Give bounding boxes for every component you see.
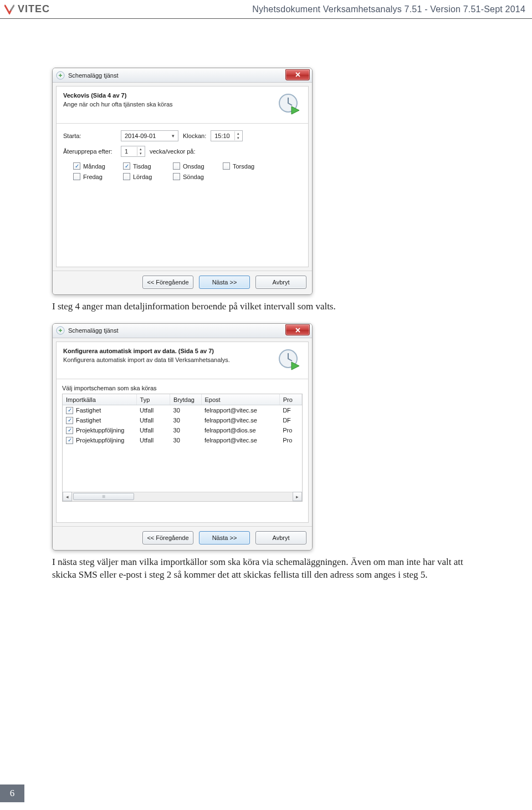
cell-brytdag: 30 <box>170 435 201 445</box>
scroll-thumb[interactable] <box>73 493 134 500</box>
import-table: Importkälla Typ Brytdag Epost Pro ✓Fasti… <box>62 394 303 502</box>
checkbox-icon <box>223 162 230 170</box>
col-typ[interactable]: Typ <box>136 394 170 405</box>
date-field[interactable]: 2014-09-01 ▾ <box>121 130 178 141</box>
cell-epost: felrapport@vitec.se <box>201 405 279 416</box>
repeat-count-value: 1 <box>125 148 128 155</box>
close-button[interactable] <box>285 69 310 80</box>
cell-brytdag: 30 <box>170 425 201 435</box>
chevron-down-icon[interactable]: ▾ <box>172 133 177 139</box>
prev-button[interactable]: << Föregående <box>142 276 193 289</box>
dialog-header: Veckovis (Sida 4 av 7) Ange när och hur … <box>56 86 309 123</box>
scroll-left-icon[interactable]: ◂ <box>63 492 72 501</box>
checkbox-saturday[interactable]: Lördag <box>123 173 163 180</box>
caption-step4: I steg 4 anger man detaljinformation ber… <box>52 300 473 313</box>
label-repeat: Återupprepa efter: <box>63 148 116 155</box>
cell-epost: felrapport@vitec.se <box>201 435 279 445</box>
checkbox-icon <box>123 173 130 180</box>
col-src[interactable]: Importkälla <box>63 394 136 405</box>
dialog-footer: << Föregående Nästa >> Avbryt <box>53 271 312 294</box>
cell-src: Fastighet <box>76 417 101 424</box>
table-row[interactable]: ✓FastighetUtfall30felrapport@vitec.seDF <box>63 405 302 416</box>
cell-brytdag: 30 <box>170 415 201 425</box>
dialog-step-subtitle: Ange när och hur ofta tjänsten ska köras <box>63 101 273 108</box>
cell-pr: DF <box>279 405 301 416</box>
close-icon <box>295 72 301 78</box>
cell-src: Projektuppföljning <box>76 437 124 444</box>
cell-src: Fastighet <box>76 407 101 414</box>
checkbox-wednesday[interactable]: Onsdag <box>173 162 213 170</box>
dialog-window-title: Schemalägg tjänst <box>68 72 119 79</box>
document-title: Nyhetsdokument Verksamhetsanalys 7.51 - … <box>252 4 525 14</box>
dialog-header: Konfigurera automatisk import av data. (… <box>56 342 309 379</box>
scroll-right-icon[interactable]: ▸ <box>293 492 302 501</box>
checkbox-tuesday[interactable]: ✓Tisdag <box>123 162 163 170</box>
table-row[interactable]: ✓ProjektuppföljningUtfall30felrapport@vi… <box>63 435 302 445</box>
checkbox-friday[interactable]: Fredag <box>73 173 113 180</box>
cell-pr: Pro <box>279 435 301 445</box>
checkbox-icon[interactable]: ✓ <box>66 437 73 444</box>
document-header: VITEC Nyhetsdokument Verksamhetsanalys 7… <box>0 0 532 19</box>
cell-epost: felrapport@vitec.se <box>201 415 279 425</box>
dialog-footer: << Föregående Nästa >> Avbryt <box>53 526 312 550</box>
time-field[interactable]: 15:10 ▴▾ <box>211 130 243 141</box>
next-button[interactable]: Nästa >> <box>199 531 250 544</box>
close-button[interactable] <box>285 324 310 335</box>
dialog-step-subtitle: Konfigurera automatisk import av data ti… <box>63 356 273 363</box>
col-epost[interactable]: Epost <box>201 394 279 405</box>
checkbox-icon <box>173 173 180 180</box>
checkbox-icon: ✓ <box>73 162 80 170</box>
close-icon <box>295 327 301 333</box>
cell-typ: Utfall <box>136 435 170 445</box>
checkbox-icon <box>173 162 180 170</box>
checkbox-monday[interactable]: ✓Måndag <box>73 162 113 170</box>
brand-logo: VITEC <box>4 3 50 15</box>
dialog-icon <box>56 71 65 80</box>
horizontal-scrollbar[interactable]: ◂ ▸ <box>63 492 302 501</box>
label-start: Starta: <box>63 133 116 139</box>
dialog-title-bar[interactable]: Schemalägg tjänst <box>53 68 312 83</box>
dialog-schedule-step5: Schemalägg tjänst Konfigurera automatisk… <box>52 323 313 551</box>
checkbox-icon[interactable]: ✓ <box>66 427 73 434</box>
checkbox-icon[interactable]: ✓ <box>66 417 73 424</box>
caption-step5: I nästa steg väljer man vilka importkäll… <box>52 556 473 582</box>
cell-typ: Utfall <box>136 405 170 416</box>
spinner-icon[interactable]: ▴▾ <box>137 147 144 156</box>
clock-play-icon <box>277 92 301 116</box>
date-value: 2014-09-01 <box>125 133 156 139</box>
checkbox-icon <box>73 173 80 180</box>
brand-text: VITEC <box>18 3 50 15</box>
dialog-step-title: Veckovis (Sida 4 av 7) <box>63 92 273 99</box>
spinner-icon[interactable]: ▴▾ <box>234 131 241 140</box>
cancel-button[interactable]: Avbryt <box>255 276 306 289</box>
dialog-title-bar[interactable]: Schemalägg tjänst <box>53 324 312 338</box>
page-number: 6 <box>0 784 24 802</box>
clock-play-icon <box>277 348 301 372</box>
checkbox-sunday[interactable]: Söndag <box>173 173 213 180</box>
repeat-count-field[interactable]: 1 ▴▾ <box>121 146 145 157</box>
cell-typ: Utfall <box>136 425 170 435</box>
label-time: Klockan: <box>183 133 206 139</box>
time-value: 15:10 <box>214 133 230 139</box>
dialog-icon <box>56 326 65 335</box>
brand-v-icon <box>4 4 14 14</box>
cell-brytdag: 30 <box>170 405 201 416</box>
next-button[interactable]: Nästa >> <box>199 276 250 289</box>
cancel-button[interactable]: Avbryt <box>255 531 306 544</box>
cell-pr: Pro <box>279 425 301 435</box>
checkbox-icon: ✓ <box>123 162 130 170</box>
cell-src: Projektuppföljning <box>76 427 124 434</box>
col-pr[interactable]: Pro <box>279 394 301 405</box>
table-caption: Välj importscheman som ska köras <box>62 385 303 391</box>
dialog-schedule-step4: Schemalägg tjänst Veckovis (Sida 4 av 7)… <box>52 68 313 295</box>
cell-pr: DF <box>279 415 301 425</box>
checkbox-thursday[interactable]: Torsdag <box>223 162 263 170</box>
table-row[interactable]: ✓FastighetUtfall30felrapport@vitec.seDF <box>63 415 302 425</box>
label-repeat-unit: vecka/veckor på: <box>150 148 196 155</box>
col-brytdag[interactable]: Brytdag <box>170 394 201 405</box>
cell-typ: Utfall <box>136 415 170 425</box>
checkbox-icon[interactable]: ✓ <box>66 407 73 414</box>
dialog-step-title: Konfigurera automatisk import av data. (… <box>63 348 273 354</box>
prev-button[interactable]: << Föregående <box>142 531 193 544</box>
table-row[interactable]: ✓ProjektuppföljningUtfall30felrapport@di… <box>63 425 302 435</box>
